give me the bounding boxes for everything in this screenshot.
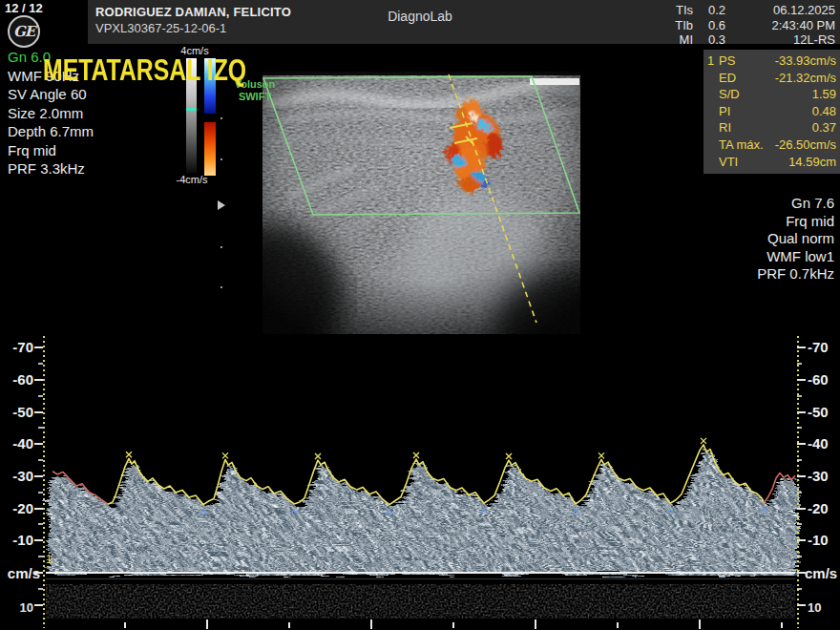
pw-param-line: Size 2.0mm [8, 104, 94, 123]
acoustic-index-value: 0.6 [693, 18, 725, 33]
acoustic-index-label: TIs [659, 3, 693, 18]
axis-tick-label-right: -10 [808, 532, 840, 548]
axis-tick-label-right: -20 [808, 500, 840, 516]
color-scale-min-label: -4cm/s [164, 174, 220, 185]
acoustic-index-value: 0.2 [693, 3, 725, 18]
axis-tick-label-right: -40 [808, 435, 840, 452]
axis-minor-tick [38, 459, 43, 461]
measurement-label: S/D [719, 86, 766, 103]
timeline-tick [288, 622, 290, 628]
measurement-row: ED-21.32cm/s [707, 70, 836, 87]
axis-unit-right: cm/s [805, 565, 837, 581]
peak-marker-icon [315, 453, 321, 459]
measurement-index [707, 70, 719, 87]
axis-tick [797, 572, 806, 574]
measurement-value: 0.48 [766, 103, 836, 120]
timeline-tick [617, 622, 619, 628]
axis-minor-tick [38, 395, 43, 397]
measurement-index [707, 86, 719, 103]
measurement-value: 14.59cm [766, 154, 836, 171]
axis-minor-tick [38, 427, 43, 429]
axis-minor-tick [38, 556, 43, 557]
depth-dot [220, 117, 222, 119]
exam-date: 06.12.2025 [772, 3, 836, 18]
axis-tick [34, 346, 43, 348]
axis-tick [34, 604, 43, 606]
measurement-results-panel: 1PS-33.93cm/sED-21.32cm/sS/D1.59PI0.48RI… [704, 50, 840, 174]
ultrasound-screen: 12 / 12 GE DiagnoLab RODRIGUEZ DAMIAN, F… [0, 0, 840, 630]
measurement-row: TA máx.-26.50cm/s [707, 136, 836, 154]
pw-param-line: PRF 3.3kHz [8, 159, 94, 178]
axis-tick-label-left: -30 [0, 468, 33, 484]
peak-marker-icon [222, 452, 228, 458]
acoustic-index-row: TIb0.6 [659, 18, 725, 33]
patient-name: RODRIGUEZ DAMIAN, FELICITO [95, 4, 291, 20]
spectral-waveform-fill [46, 339, 795, 574]
axis-minor-tick [797, 588, 802, 590]
peak-marker-icon [701, 438, 706, 444]
axis-minor-tick [38, 492, 43, 494]
exam-time: 2:43:40 PM [772, 18, 836, 33]
axis-minor-tick [38, 588, 43, 590]
axis-plus10-left: 10 [0, 600, 33, 615]
axis-minor-tick [797, 523, 802, 525]
axis-tick [34, 572, 43, 574]
measurement-index [707, 154, 719, 171]
timeline-tick [206, 620, 208, 629]
focus-marker-icon [218, 200, 225, 210]
depth-dot [220, 158, 222, 160]
spectral-baseline[interactable] [46, 572, 795, 574]
axis-tick-label-left: -20 [0, 500, 33, 516]
frame-corner: 12 / 12 GE [0, 0, 88, 52]
axis-minor-tick [38, 363, 43, 365]
timeline-tick [452, 622, 454, 628]
color-scale-red-bar [204, 122, 216, 176]
measurement-index [707, 136, 719, 154]
measurement-value: 1.59 [766, 86, 836, 103]
doppler-param-line: WMF low1 [757, 248, 834, 266]
axis-tick-label-right: -30 [808, 468, 840, 484]
measurement-value: -21.32cm/s [766, 70, 836, 87]
axis-tick [797, 443, 806, 445]
acoustic-index-row: TIs0.2 [659, 3, 725, 18]
axis-tick [797, 539, 806, 541]
axis-tick [34, 475, 43, 477]
ecg-strip [46, 584, 795, 619]
axis-minor-tick [38, 523, 43, 525]
measurement-label: PI [719, 103, 766, 120]
acoustic-index-row: MI0.3 [659, 32, 725, 48]
measurement-value: 0.37 [766, 119, 836, 136]
doppler-parameter-list: Gn 7.6Frq midQual normWMF low1PRF 0.7kHz [757, 195, 834, 284]
axis-minor-tick [797, 395, 802, 397]
axis-minor-tick [797, 427, 802, 429]
acoustic-index-value: 0.3 [693, 32, 725, 48]
bmode-image [262, 52, 580, 334]
measurement-label: VTI [719, 154, 766, 171]
doppler-param-line: Qual norm [757, 230, 834, 248]
axis-tick [34, 508, 43, 510]
ge-logo-icon: GE [8, 15, 40, 48]
axis-minor-tick [797, 492, 802, 494]
axis-tick-label-left: -40 [0, 435, 33, 452]
patient-id: VPXL30367-25-12-06-1 [95, 20, 291, 36]
axis-tick [34, 443, 43, 445]
measurement-label: PS [719, 52, 766, 70]
axis-tick [34, 379, 43, 381]
timeline-tick [124, 622, 126, 628]
axis-tick-label-right: -60 [808, 371, 840, 388]
axis-plus10-right: 10 [808, 600, 821, 615]
axis-tick [797, 346, 806, 348]
peak-marker-icon [598, 452, 604, 458]
acoustic-indices: TIs0.2TIb0.6MI0.3 [659, 3, 725, 48]
axis-tick [797, 508, 806, 510]
voluson-line2: SWIFT [229, 91, 281, 103]
measurement-label: TA máx. [719, 136, 766, 154]
axis-tick-label-left: -60 [0, 371, 33, 388]
left-axis-line [43, 336, 45, 628]
peak-marker-icon [506, 453, 512, 459]
depth-dot [220, 286, 222, 288]
measurement-label: ED [719, 70, 766, 87]
probe-name: 12L-RS [772, 32, 836, 48]
peak-marker-icon [413, 452, 419, 458]
measurement-label: RI [719, 119, 766, 136]
